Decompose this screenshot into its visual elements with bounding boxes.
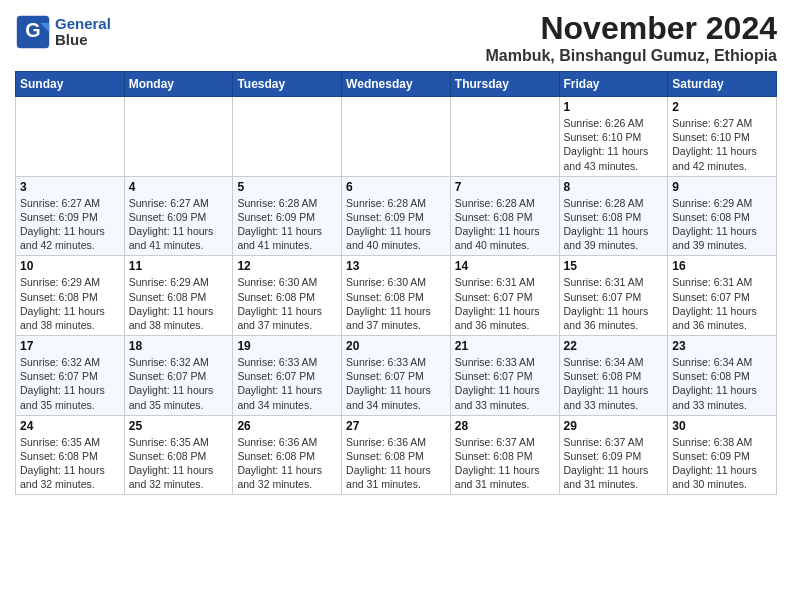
calendar-cell: 13Sunrise: 6:30 AM Sunset: 6:08 PM Dayli… xyxy=(342,256,451,336)
day-info: Sunrise: 6:35 AM Sunset: 6:08 PM Dayligh… xyxy=(129,435,229,492)
weekday-header-sunday: Sunday xyxy=(16,72,125,97)
day-info: Sunrise: 6:36 AM Sunset: 6:08 PM Dayligh… xyxy=(346,435,446,492)
calendar-cell: 12Sunrise: 6:30 AM Sunset: 6:08 PM Dayli… xyxy=(233,256,342,336)
weekday-header-wednesday: Wednesday xyxy=(342,72,451,97)
calendar-cell: 22Sunrise: 6:34 AM Sunset: 6:08 PM Dayli… xyxy=(559,336,668,416)
calendar-cell xyxy=(450,97,559,177)
day-number: 24 xyxy=(20,419,120,433)
day-info: Sunrise: 6:31 AM Sunset: 6:07 PM Dayligh… xyxy=(455,275,555,332)
calendar-cell xyxy=(16,97,125,177)
logo: G General Blue xyxy=(15,14,111,50)
day-info: Sunrise: 6:37 AM Sunset: 6:09 PM Dayligh… xyxy=(564,435,664,492)
day-number: 16 xyxy=(672,259,772,273)
day-info: Sunrise: 6:32 AM Sunset: 6:07 PM Dayligh… xyxy=(20,355,120,412)
location-title: Mambuk, Binshangul Gumuz, Ethiopia xyxy=(485,47,777,65)
day-info: Sunrise: 6:27 AM Sunset: 6:10 PM Dayligh… xyxy=(672,116,772,173)
calendar-cell: 16Sunrise: 6:31 AM Sunset: 6:07 PM Dayli… xyxy=(668,256,777,336)
weekday-header-thursday: Thursday xyxy=(450,72,559,97)
day-info: Sunrise: 6:30 AM Sunset: 6:08 PM Dayligh… xyxy=(346,275,446,332)
day-number: 23 xyxy=(672,339,772,353)
calendar-cell: 3Sunrise: 6:27 AM Sunset: 6:09 PM Daylig… xyxy=(16,176,125,256)
weekday-header-tuesday: Tuesday xyxy=(233,72,342,97)
calendar: SundayMondayTuesdayWednesdayThursdayFrid… xyxy=(15,71,777,495)
day-number: 6 xyxy=(346,180,446,194)
day-number: 13 xyxy=(346,259,446,273)
calendar-cell: 15Sunrise: 6:31 AM Sunset: 6:07 PM Dayli… xyxy=(559,256,668,336)
calendar-cell: 19Sunrise: 6:33 AM Sunset: 6:07 PM Dayli… xyxy=(233,336,342,416)
day-number: 12 xyxy=(237,259,337,273)
weekday-header-saturday: Saturday xyxy=(668,72,777,97)
day-info: Sunrise: 6:27 AM Sunset: 6:09 PM Dayligh… xyxy=(129,196,229,253)
day-info: Sunrise: 6:37 AM Sunset: 6:08 PM Dayligh… xyxy=(455,435,555,492)
weekday-header-friday: Friday xyxy=(559,72,668,97)
title-area: November 2024 Mambuk, Binshangul Gumuz, … xyxy=(485,10,777,65)
day-number: 27 xyxy=(346,419,446,433)
calendar-cell: 24Sunrise: 6:35 AM Sunset: 6:08 PM Dayli… xyxy=(16,415,125,495)
calendar-cell: 11Sunrise: 6:29 AM Sunset: 6:08 PM Dayli… xyxy=(124,256,233,336)
day-info: Sunrise: 6:33 AM Sunset: 6:07 PM Dayligh… xyxy=(346,355,446,412)
calendar-cell: 21Sunrise: 6:33 AM Sunset: 6:07 PM Dayli… xyxy=(450,336,559,416)
day-info: Sunrise: 6:31 AM Sunset: 6:07 PM Dayligh… xyxy=(672,275,772,332)
day-info: Sunrise: 6:33 AM Sunset: 6:07 PM Dayligh… xyxy=(237,355,337,412)
day-number: 7 xyxy=(455,180,555,194)
day-number: 4 xyxy=(129,180,229,194)
day-number: 14 xyxy=(455,259,555,273)
day-number: 21 xyxy=(455,339,555,353)
day-number: 29 xyxy=(564,419,664,433)
day-info: Sunrise: 6:36 AM Sunset: 6:08 PM Dayligh… xyxy=(237,435,337,492)
calendar-cell: 2Sunrise: 6:27 AM Sunset: 6:10 PM Daylig… xyxy=(668,97,777,177)
calendar-cell: 20Sunrise: 6:33 AM Sunset: 6:07 PM Dayli… xyxy=(342,336,451,416)
day-number: 15 xyxy=(564,259,664,273)
svg-text:G: G xyxy=(25,19,40,41)
calendar-cell: 7Sunrise: 6:28 AM Sunset: 6:08 PM Daylig… xyxy=(450,176,559,256)
day-number: 26 xyxy=(237,419,337,433)
day-info: Sunrise: 6:27 AM Sunset: 6:09 PM Dayligh… xyxy=(20,196,120,253)
day-number: 10 xyxy=(20,259,120,273)
day-number: 8 xyxy=(564,180,664,194)
day-info: Sunrise: 6:38 AM Sunset: 6:09 PM Dayligh… xyxy=(672,435,772,492)
calendar-cell: 1Sunrise: 6:26 AM Sunset: 6:10 PM Daylig… xyxy=(559,97,668,177)
calendar-cell: 14Sunrise: 6:31 AM Sunset: 6:07 PM Dayli… xyxy=(450,256,559,336)
day-number: 2 xyxy=(672,100,772,114)
calendar-cell: 17Sunrise: 6:32 AM Sunset: 6:07 PM Dayli… xyxy=(16,336,125,416)
calendar-cell: 5Sunrise: 6:28 AM Sunset: 6:09 PM Daylig… xyxy=(233,176,342,256)
day-info: Sunrise: 6:28 AM Sunset: 6:08 PM Dayligh… xyxy=(564,196,664,253)
calendar-cell xyxy=(342,97,451,177)
day-number: 11 xyxy=(129,259,229,273)
day-number: 18 xyxy=(129,339,229,353)
calendar-cell: 25Sunrise: 6:35 AM Sunset: 6:08 PM Dayli… xyxy=(124,415,233,495)
day-number: 28 xyxy=(455,419,555,433)
weekday-header-monday: Monday xyxy=(124,72,233,97)
day-info: Sunrise: 6:29 AM Sunset: 6:08 PM Dayligh… xyxy=(20,275,120,332)
calendar-cell: 28Sunrise: 6:37 AM Sunset: 6:08 PM Dayli… xyxy=(450,415,559,495)
calendar-cell xyxy=(233,97,342,177)
day-info: Sunrise: 6:34 AM Sunset: 6:08 PM Dayligh… xyxy=(672,355,772,412)
calendar-cell: 9Sunrise: 6:29 AM Sunset: 6:08 PM Daylig… xyxy=(668,176,777,256)
day-number: 30 xyxy=(672,419,772,433)
day-number: 9 xyxy=(672,180,772,194)
logo-line2: Blue xyxy=(55,32,111,49)
day-info: Sunrise: 6:30 AM Sunset: 6:08 PM Dayligh… xyxy=(237,275,337,332)
day-number: 5 xyxy=(237,180,337,194)
day-info: Sunrise: 6:28 AM Sunset: 6:09 PM Dayligh… xyxy=(346,196,446,253)
day-info: Sunrise: 6:32 AM Sunset: 6:07 PM Dayligh… xyxy=(129,355,229,412)
day-number: 17 xyxy=(20,339,120,353)
logo-line1: General xyxy=(55,16,111,33)
day-number: 3 xyxy=(20,180,120,194)
day-info: Sunrise: 6:33 AM Sunset: 6:07 PM Dayligh… xyxy=(455,355,555,412)
day-info: Sunrise: 6:26 AM Sunset: 6:10 PM Dayligh… xyxy=(564,116,664,173)
day-number: 20 xyxy=(346,339,446,353)
calendar-cell: 27Sunrise: 6:36 AM Sunset: 6:08 PM Dayli… xyxy=(342,415,451,495)
day-info: Sunrise: 6:31 AM Sunset: 6:07 PM Dayligh… xyxy=(564,275,664,332)
day-info: Sunrise: 6:28 AM Sunset: 6:08 PM Dayligh… xyxy=(455,196,555,253)
calendar-cell: 29Sunrise: 6:37 AM Sunset: 6:09 PM Dayli… xyxy=(559,415,668,495)
calendar-cell: 30Sunrise: 6:38 AM Sunset: 6:09 PM Dayli… xyxy=(668,415,777,495)
day-info: Sunrise: 6:34 AM Sunset: 6:08 PM Dayligh… xyxy=(564,355,664,412)
day-info: Sunrise: 6:29 AM Sunset: 6:08 PM Dayligh… xyxy=(129,275,229,332)
calendar-cell: 6Sunrise: 6:28 AM Sunset: 6:09 PM Daylig… xyxy=(342,176,451,256)
day-number: 1 xyxy=(564,100,664,114)
day-number: 19 xyxy=(237,339,337,353)
calendar-cell: 10Sunrise: 6:29 AM Sunset: 6:08 PM Dayli… xyxy=(16,256,125,336)
calendar-cell: 18Sunrise: 6:32 AM Sunset: 6:07 PM Dayli… xyxy=(124,336,233,416)
calendar-cell: 23Sunrise: 6:34 AM Sunset: 6:08 PM Dayli… xyxy=(668,336,777,416)
